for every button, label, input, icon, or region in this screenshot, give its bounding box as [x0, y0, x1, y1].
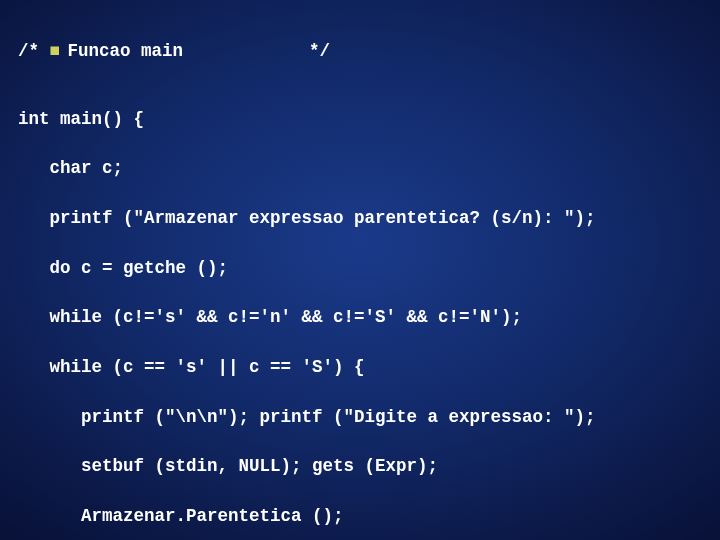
code-line: printf ("Armazenar expressao parentetica… [18, 206, 704, 231]
code-line: while (c!='s' && c!='n' && c!='S' && c!=… [18, 305, 704, 330]
code-line: char c; [18, 156, 704, 181]
code-line: do c = getche (); [18, 256, 704, 281]
code-line: printf ("\n\n"); printf ("Digite a expre… [18, 405, 704, 430]
code-line: while (c == 's' || c == 'S') { [18, 355, 704, 380]
code-line: setbuf (stdin, NULL); gets (Expr); [18, 454, 704, 479]
code-line: Armazenar.Parentetica (); [18, 504, 704, 529]
comment-open: /* [18, 41, 39, 61]
bullet-icon: ■ [50, 39, 68, 64]
comment-close: */ [309, 41, 330, 61]
code-line: int main() { [18, 107, 704, 132]
title-text: Funcao main [68, 41, 184, 61]
slide-content: /* ■Funcao main */ int main() { char c; … [0, 0, 720, 540]
title-row: /* ■Funcao main */ [18, 39, 704, 64]
